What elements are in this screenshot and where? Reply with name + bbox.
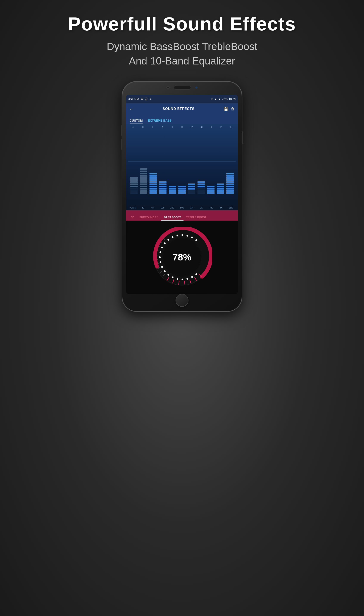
wifi-icon: ▲: [214, 97, 217, 101]
save-button[interactable]: 💾: [223, 107, 228, 111]
eq-values-row: -3 10 8 4 0 0 -2 -3 0 2 8: [128, 126, 236, 128]
battery-level: 73%: [222, 97, 227, 101]
eq-val-9: 2: [217, 126, 225, 128]
tab-surround[interactable]: SURROUND 7.1: [137, 214, 161, 220]
phone-shell: 353 KB/s 🖼 🎧 ⬇ ✶ ▲ ▲ 73% 10:29: [122, 81, 242, 312]
speed-unit: KB/s: [134, 97, 139, 100]
svg-text:78%: 78%: [172, 252, 192, 262]
eq-val-1: 10: [139, 126, 147, 128]
eq-center-line: [128, 162, 236, 162]
status-right: ✶ ▲ ▲ 73% 10:29: [211, 97, 236, 101]
tab-3d[interactable]: 3D: [128, 214, 137, 220]
screen-content: 353 KB/s 🖼 🎧 ⬇ ✶ ▲ ▲ 73% 10:29: [126, 95, 238, 294]
svg-line-14: [184, 281, 185, 285]
app-header-title: SOUND EFFECTS: [163, 107, 195, 111]
freq-500: 500: [178, 206, 186, 209]
eq-val-5: 0: [178, 126, 186, 128]
sensor: [195, 86, 197, 89]
phone-top-bar: [167, 86, 197, 89]
eq-val-8: 0: [207, 126, 216, 128]
eq-bars: [128, 129, 236, 194]
back-button[interactable]: ←: [129, 107, 133, 111]
page-subtitle: Dynamic BassBoost TrebleBoost And 10-Ban…: [107, 39, 257, 68]
effects-tab-bar: 3D SURROUND 7.1 BASS BOOST TREBLE BOOST: [126, 210, 238, 220]
tab-treble-boost[interactable]: TREBLE BOOST: [183, 214, 209, 220]
bluetooth-icon: ✶: [211, 97, 213, 101]
equalizer-section: -3 10 8 4 0 0 -2 -3 0 2 8: [126, 124, 238, 210]
freq-1k: 1K: [187, 206, 196, 209]
eq-val-2: 8: [148, 126, 157, 128]
freq-4k: 4K: [207, 206, 216, 209]
header-icons: 💾 🗑: [223, 107, 235, 111]
tab-extreme-bass[interactable]: EXTREME BASS: [148, 119, 171, 124]
data-speed: 353: [128, 97, 133, 100]
volume-down-button[interactable]: [121, 139, 122, 150]
tab-bass-boost[interactable]: BASS BOOST: [161, 214, 183, 220]
image-icon: 🖼: [141, 97, 143, 100]
volume-up-button[interactable]: [121, 125, 122, 136]
headphone-icon: 🎧: [144, 97, 148, 100]
freq-32: 32: [139, 206, 148, 209]
freq-250: 250: [168, 206, 177, 209]
signal-icon: ▲: [218, 97, 221, 101]
eq-val-6: -2: [187, 126, 196, 128]
front-camera: [167, 86, 169, 89]
app-header: ← SOUND EFFECTS 💾 🗑: [126, 103, 238, 114]
status-left: 353 KB/s 🖼 🎧 ⬇: [128, 97, 151, 100]
svg-point-29: [159, 256, 161, 258]
home-button[interactable]: [176, 294, 188, 307]
dial-svg: 78%: [152, 227, 212, 287]
freq-64: 64: [148, 206, 157, 209]
eq-freq-row: GAIN 32 64 125 250 500 1K 2K 4K 8K 16K: [128, 206, 236, 209]
clock: 10:29: [229, 97, 236, 101]
freq-16k: 16K: [226, 206, 235, 209]
freq-8k: 8K: [216, 206, 225, 209]
page-title: Powerfull Sound Effects: [68, 13, 296, 35]
dial-container[interactable]: 78%: [152, 227, 212, 287]
delete-button[interactable]: 🗑: [231, 107, 235, 111]
bass-boost-section: 78%: [126, 220, 238, 294]
freq-2k: 2K: [197, 206, 206, 209]
phone-screen: 353 KB/s 🖼 🎧 ⬇ ✶ ▲ ▲ 73% 10:29: [126, 95, 238, 294]
eq-val-10: 8: [226, 126, 235, 128]
freq-125: 125: [158, 206, 167, 209]
speaker-grille: [174, 86, 191, 89]
status-bar: 353 KB/s 🖼 🎧 ⬇ ✶ ▲ ▲ 73% 10:29: [126, 95, 238, 103]
eq-val-3: 4: [158, 126, 167, 128]
gain-label: GAIN: [129, 206, 138, 209]
eq-tab-bar: CUSTOM EXTREME BASS: [126, 114, 238, 124]
phone-mockup: 353 KB/s 🖼 🎧 ⬇ ✶ ▲ ▲ 73% 10:29: [122, 81, 242, 577]
tab-custom[interactable]: CUSTOM: [130, 119, 143, 124]
power-button[interactable]: [242, 131, 243, 144]
eq-val-0: -3: [129, 126, 138, 128]
eq-val-4: 0: [168, 126, 177, 128]
eq-val-7: -3: [197, 126, 206, 128]
download-icon: ⬇: [149, 97, 151, 100]
